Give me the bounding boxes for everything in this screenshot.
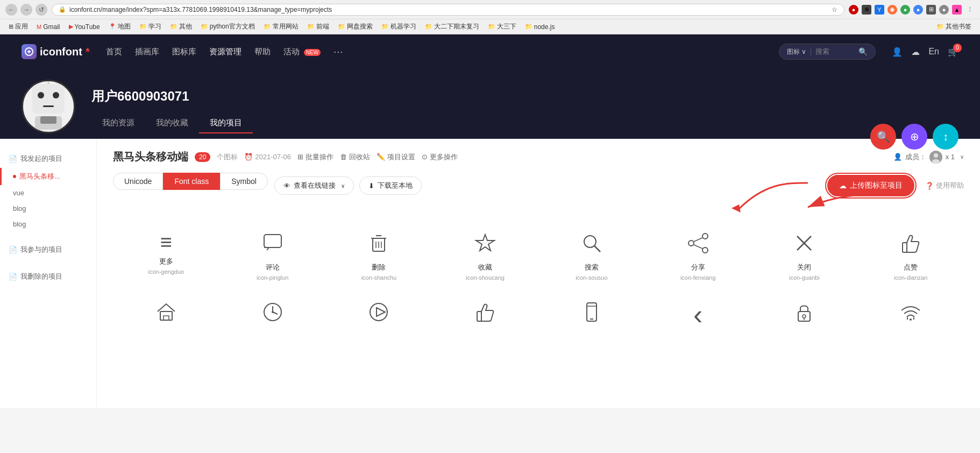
left-actions: 👁 查看在线链接 ∨ ⬇ 下载至本地 [274, 176, 422, 195]
icon-item-clock[interactable] [219, 289, 326, 344]
icon-item-sousuo[interactable]: 搜索 icon-sousuo [538, 221, 645, 289]
pinglun-name: icon-pinglun [257, 274, 288, 281]
tab-action-row: Unicode Font class Symbol 👁 查看在线链接 ∨ ⬇ 下… [113, 173, 964, 199]
bookmark-other[interactable]: 📁 其他 [167, 21, 195, 32]
bookmark-junior3[interactable]: 📁 大三下 [485, 21, 520, 32]
icon-item-play[interactable] [326, 289, 432, 344]
sousuo-symbol [580, 232, 603, 258]
icon-item-gengduo[interactable]: ≡ 更多 icon-gengduo [113, 221, 219, 289]
tab-my-projects[interactable]: 我的项目 [199, 114, 253, 133]
icon-item-guanbi[interactable]: 关闭 icon-guanbi [751, 221, 858, 289]
tab-unicode[interactable]: Unicode [113, 173, 163, 190]
tab-fontclass[interactable]: Font class [163, 173, 220, 190]
gengduo-label: 更多 [159, 257, 173, 266]
icon-item-home2[interactable] [113, 289, 219, 344]
ext-3[interactable]: Y [875, 5, 884, 15]
sidebar-title-myprojects[interactable]: 📄 我发起的项目 [0, 150, 96, 168]
help-link[interactable]: ❓ 使用帮助 [925, 181, 964, 190]
search-type-selector[interactable]: 图标 ∨ [787, 47, 806, 56]
icon-item-shoucang[interactable]: 收藏 icon-shoucang [432, 221, 538, 289]
icon-item-mobile[interactable] [538, 289, 645, 344]
search-fab[interactable]: 🔍 [870, 124, 896, 150]
more-ops-btn[interactable]: ⊙ 更多操作 [422, 152, 458, 162]
icon-item-back[interactable]: ‹ [645, 289, 751, 344]
icon-item-dianzan[interactable]: 点赞 icon-dianzan [857, 221, 964, 289]
back-button[interactable]: ← [5, 4, 17, 16]
bookmark-study[interactable]: 📁 学习 [136, 21, 165, 32]
bookmark-apps[interactable]: ⊞ 应用 [5, 21, 31, 32]
svg-rect-33 [587, 303, 596, 321]
settings-btn[interactable]: ✏️ 项目设置 [377, 152, 415, 162]
tab-my-favorites[interactable]: 我的收藏 [145, 114, 199, 133]
bookmark-nodejs[interactable]: 📁 node.js [522, 22, 558, 32]
cart-icon[interactable]: 🛒 0 [948, 47, 958, 57]
star-icon[interactable]: ☆ [832, 6, 837, 13]
ext-10[interactable]: ⋮ [965, 5, 975, 15]
nav-illustration[interactable]: 插画库 [135, 47, 159, 57]
upload-cloud-icon[interactable]: ☁ [911, 47, 920, 57]
nav-icons[interactable]: 图标库 [172, 47, 196, 57]
project-icon-count: 20 [195, 152, 210, 162]
batch-ops-btn[interactable]: ⊞ 批量操作 [297, 152, 333, 162]
icon-item-shanchu[interactable]: 删除 icon-shanchu [326, 221, 432, 289]
icon-item-pinglun[interactable]: 评论 icon-pinglun [219, 221, 326, 289]
sidebar-section-joined: 📄 我参与的项目 [0, 240, 96, 259]
add-fab[interactable]: ⊕ [901, 124, 927, 150]
bookmark-ml[interactable]: 📁 机器学习 [378, 21, 420, 32]
forward-button[interactable]: → [20, 4, 32, 16]
search-icon[interactable]: 🔍 [858, 47, 868, 56]
bookmark-review[interactable]: 📁 大二下期末复习 [422, 21, 482, 32]
chevron-down-members[interactable]: ∨ [960, 154, 964, 160]
bookmark-more[interactable]: 📁 其他书签 [933, 21, 975, 32]
icon-item-lock[interactable] [751, 289, 858, 344]
tab-my-resources[interactable]: 我的资源 [91, 114, 145, 133]
project-icon-count-label: 个图标 [217, 152, 238, 162]
icon-item-fenxiang[interactable]: 分享 icon-fenxiang [645, 221, 751, 289]
view-online-btn[interactable]: 👁 查看在线链接 ∨ [274, 176, 354, 195]
logo[interactable]: iconfont* [22, 44, 90, 59]
ext-6[interactable]: ● [913, 5, 923, 15]
tab-symbol[interactable]: Symbol [220, 173, 268, 190]
search-input[interactable]: 搜索 [815, 47, 854, 56]
sidebar-item-blog1[interactable]: blog [0, 201, 96, 216]
nav-home[interactable]: 首页 [106, 47, 122, 57]
bookmark-frontend[interactable]: 📁 前端 [304, 21, 332, 32]
icon-item-like[interactable] [432, 289, 538, 344]
download-btn[interactable]: ⬇ 下载至本地 [359, 176, 422, 195]
sort-fab[interactable]: ↕ [933, 124, 958, 150]
ext-7[interactable]: ⊞ [926, 5, 936, 15]
sidebar-title-deleted[interactable]: 📄 我删除的项目 [0, 267, 96, 286]
header-search[interactable]: 图标 ∨ 搜索 🔍 [779, 44, 876, 60]
member-avatar [929, 151, 942, 164]
question-icon: ❓ [925, 182, 934, 190]
bookmark-disk[interactable]: 📁 网盘搜索 [335, 21, 376, 32]
bookmark-youtube[interactable]: ▶ YouTube [66, 22, 103, 32]
ext-4[interactable]: ◉ [887, 5, 897, 15]
language-icon[interactable]: En [928, 47, 939, 56]
nav-more[interactable]: ··· [333, 46, 343, 58]
address-bar[interactable]: 🔒 iconfont.cn/manage/index?spm=a313x.778… [52, 4, 844, 16]
user-icon[interactable]: 👤 [892, 47, 903, 57]
ext-2[interactable]: ⊕ [862, 5, 871, 15]
sidebar-item-vue[interactable]: vue [0, 185, 96, 201]
shanchu-label: 删除 [372, 263, 386, 272]
logo-plus: * [86, 46, 90, 58]
bookmark-python[interactable]: 📁 python官方文档 [197, 21, 258, 32]
recycle-btn[interactable]: 🗑 回收站 [340, 152, 370, 162]
reload-button[interactable]: ↺ [35, 4, 47, 16]
ext-9[interactable]: ▲ [952, 5, 962, 15]
ext-5[interactable]: ● [900, 5, 910, 15]
sidebar-item-heimatoutiao[interactable]: 黑马头条移... [0, 168, 96, 185]
icon-item-wifi[interactable] [857, 289, 964, 344]
bookmark-common[interactable]: 📁 常用网站 [260, 21, 302, 32]
bookmark-maps[interactable]: 📍 地图 [105, 21, 134, 32]
nav-help[interactable]: 帮助 [254, 47, 271, 57]
sidebar-title-joined[interactable]: 📄 我参与的项目 [0, 240, 96, 259]
nav-resources[interactable]: 资源管理 [209, 47, 242, 57]
sidebar-item-blog2[interactable]: blog [0, 216, 96, 232]
ext-8[interactable]: ● [939, 5, 949, 15]
profile-tabs: 我的资源 我的收藏 我的项目 [91, 114, 958, 133]
ext-1[interactable]: ● [849, 5, 858, 15]
nav-events[interactable]: 活动 NEW [283, 47, 321, 57]
bookmark-gmail[interactable]: M Gmail [33, 22, 63, 32]
